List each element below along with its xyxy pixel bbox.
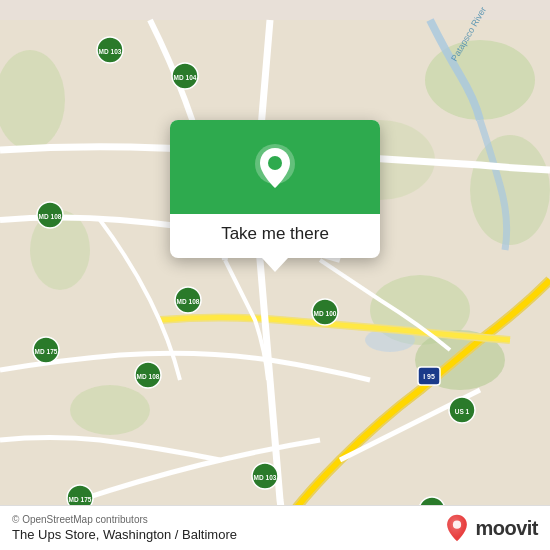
svg-point-8 <box>70 385 150 435</box>
svg-text:MD 103: MD 103 <box>254 474 277 481</box>
svg-text:MD 108: MD 108 <box>39 213 62 220</box>
popup-tail <box>262 258 288 272</box>
popup-header <box>170 120 380 214</box>
popup-card: Take me there <box>170 120 380 258</box>
svg-text:MD 104: MD 104 <box>174 74 197 81</box>
moovit-pin-icon <box>443 514 471 542</box>
bottom-bar: © OpenStreetMap contributors The Ups Sto… <box>0 505 550 550</box>
moovit-logo[interactable]: moovit <box>443 514 538 542</box>
svg-text:I 95: I 95 <box>423 373 435 380</box>
map-container: MD 103 MD 104 MD 108 MD 108 MD 108 MD 10… <box>0 0 550 550</box>
map-background: MD 103 MD 104 MD 108 MD 108 MD 108 MD 10… <box>0 0 550 550</box>
svg-text:MD 108: MD 108 <box>177 298 200 305</box>
svg-text:MD 175: MD 175 <box>69 496 92 503</box>
svg-text:MD 108: MD 108 <box>137 373 160 380</box>
location-name: The Ups Store, Washington / Baltimore <box>12 527 237 542</box>
svg-text:MD 100: MD 100 <box>314 310 337 317</box>
svg-point-39 <box>453 521 461 529</box>
svg-text:US 1: US 1 <box>455 408 470 415</box>
moovit-brand-text: moovit <box>475 517 538 540</box>
take-me-there-button[interactable]: Take me there <box>203 214 347 258</box>
bottom-info: © OpenStreetMap contributors The Ups Sto… <box>12 514 237 542</box>
svg-point-38 <box>268 156 282 170</box>
svg-text:MD 103: MD 103 <box>99 48 122 55</box>
copyright-text: © OpenStreetMap contributors <box>12 514 237 525</box>
svg-text:MD 175: MD 175 <box>35 348 58 355</box>
location-pin-icon <box>248 142 302 196</box>
